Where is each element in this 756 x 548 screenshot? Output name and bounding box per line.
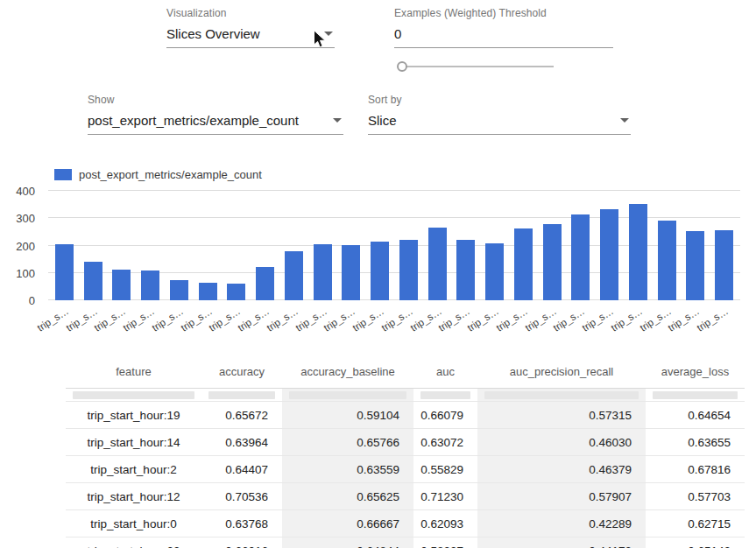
- x-axis-label: trip_s…: [208, 306, 243, 334]
- metric-cell: 0.42289: [477, 510, 646, 537]
- filter-cell: [646, 389, 745, 402]
- x-axis-label: trip_s…: [638, 306, 673, 334]
- metric-cell: 0.46379: [477, 456, 646, 483]
- filter-input[interactable]: [484, 391, 639, 399]
- table-row: trip_start_hour:120.705360.656250.712300…: [66, 483, 745, 510]
- chevron-down-icon[interactable]: [333, 118, 342, 123]
- bar-slot: trip_s…: [365, 191, 394, 300]
- metric-cell: 0.66667: [282, 510, 413, 537]
- bar[interactable]: [715, 230, 733, 300]
- filter-input[interactable]: [208, 391, 275, 399]
- bar[interactable]: [256, 267, 274, 300]
- x-axis-label: trip_s…: [121, 306, 156, 334]
- bar-slot: trip_s…: [108, 191, 137, 300]
- x-axis-label: trip_s…: [93, 306, 128, 334]
- metric-cell: 0.58337: [413, 537, 477, 548]
- threshold-slider[interactable]: [396, 60, 554, 73]
- slider-thumb[interactable]: [397, 61, 407, 72]
- bar[interactable]: [371, 242, 389, 300]
- bar[interactable]: [342, 245, 360, 300]
- bar[interactable]: [485, 243, 504, 300]
- table-row: trip_start_hour:230.660160.648440.583370…: [66, 537, 745, 548]
- slider-track[interactable]: [399, 66, 554, 67]
- visualization-dropdown[interactable]: Slices Overview: [166, 19, 335, 48]
- column-header-auc_precision_recall[interactable]: auc_precision_recall: [477, 355, 646, 388]
- bar-slot: trip_s…: [653, 191, 682, 300]
- filter-input[interactable]: [653, 391, 738, 399]
- bar[interactable]: [658, 221, 676, 300]
- y-axis-tick: 400: [16, 186, 35, 197]
- bar[interactable]: [399, 240, 418, 300]
- filter-input[interactable]: [289, 391, 406, 399]
- filter-input[interactable]: [73, 391, 194, 399]
- bar[interactable]: [141, 270, 159, 300]
- metric-cell: 0.64654: [646, 402, 745, 429]
- bar[interactable]: [285, 251, 303, 300]
- bar-slot: trip_s…: [624, 191, 653, 300]
- chevron-down-icon[interactable]: [620, 118, 629, 123]
- sort-by-value: Slice: [368, 113, 397, 128]
- visualization-control: Visualization Slices Overview: [166, 7, 335, 48]
- bar[interactable]: [629, 204, 647, 300]
- x-axis-label: trip_s…: [322, 306, 357, 334]
- bar[interactable]: [571, 214, 590, 300]
- bar[interactable]: [170, 280, 188, 300]
- bar-slot: trip_s…: [595, 191, 624, 300]
- column-header-feature[interactable]: feature: [66, 355, 201, 388]
- y-axis-tick: 200: [16, 240, 35, 251]
- bar-slot: trip_s…: [79, 191, 108, 300]
- x-axis-label: trip_s…: [293, 306, 329, 334]
- x-axis-label: trip_s…: [179, 306, 214, 334]
- bar[interactable]: [55, 244, 74, 300]
- bar[interactable]: [456, 240, 475, 300]
- metric-cell: 0.65672: [201, 402, 282, 429]
- show-metric-value: post_export_metrics/example_count: [88, 113, 299, 128]
- show-metric-dropdown[interactable]: post_export_metrics/example_count: [88, 106, 343, 135]
- threshold-input[interactable]: 0: [394, 19, 613, 48]
- bar[interactable]: [514, 228, 533, 300]
- bar-chart: trip_s…trip_s…trip_s…trip_s…trip_s…trip_…: [48, 191, 740, 300]
- bar-slot: trip_s…: [308, 191, 337, 300]
- bar[interactable]: [112, 270, 131, 300]
- x-axis-label: trip_s…: [35, 306, 70, 334]
- column-header-average_loss[interactable]: average_loss: [646, 355, 745, 388]
- x-axis-label: trip_s…: [379, 306, 414, 334]
- column-header-accuracy_baseline[interactable]: accuracy_baseline: [282, 355, 413, 388]
- x-axis-label: trip_s…: [465, 306, 500, 334]
- x-axis-label: trip_s…: [236, 306, 271, 334]
- bar[interactable]: [428, 228, 447, 300]
- bar[interactable]: [686, 231, 704, 300]
- x-axis-label: trip_s…: [580, 306, 615, 334]
- column-header-auc[interactable]: auc: [413, 355, 477, 388]
- table-header-row: featureaccuracyaccuracy_baselineaucauc_p…: [66, 355, 745, 389]
- x-axis-label: trip_s…: [150, 306, 185, 334]
- metric-cell: 0.57907: [477, 483, 646, 510]
- bar-slot: trip_s…: [394, 191, 423, 300]
- metric-cell: 0.63072: [413, 429, 477, 456]
- bar-slot: trip_s…: [682, 191, 710, 300]
- bar[interactable]: [84, 262, 102, 300]
- bar-slot: trip_s…: [567, 191, 596, 300]
- column-header-accuracy[interactable]: accuracy: [201, 355, 282, 388]
- bar-slot: trip_s…: [165, 191, 194, 300]
- bar[interactable]: [543, 224, 562, 300]
- metric-cell: 0.64407: [201, 456, 282, 483]
- bar[interactable]: [227, 284, 245, 300]
- legend-label: post_export_metrics/example_count: [79, 168, 262, 181]
- bar[interactable]: [199, 283, 217, 300]
- bar-slot: trip_s…: [337, 191, 366, 300]
- bar-slot: trip_s…: [452, 191, 481, 300]
- bars-container: trip_s…trip_s…trip_s…trip_s…trip_s…trip_…: [48, 191, 740, 300]
- y-axis-tick: 300: [16, 213, 35, 224]
- show-label: Show: [88, 94, 343, 106]
- filter-input[interactable]: [420, 391, 470, 399]
- feature-cell: trip_start_hour:0: [66, 510, 201, 537]
- metric-cell: 0.59104: [282, 402, 413, 429]
- bar[interactable]: [314, 244, 332, 300]
- y-axis-tick: 100: [16, 267, 35, 278]
- sort-by-dropdown[interactable]: Slice: [368, 106, 631, 135]
- chevron-down-icon[interactable]: [324, 32, 333, 36]
- x-axis-label: trip_s…: [437, 306, 472, 334]
- bar-slot: trip_s…: [538, 191, 567, 300]
- bar[interactable]: [600, 209, 618, 300]
